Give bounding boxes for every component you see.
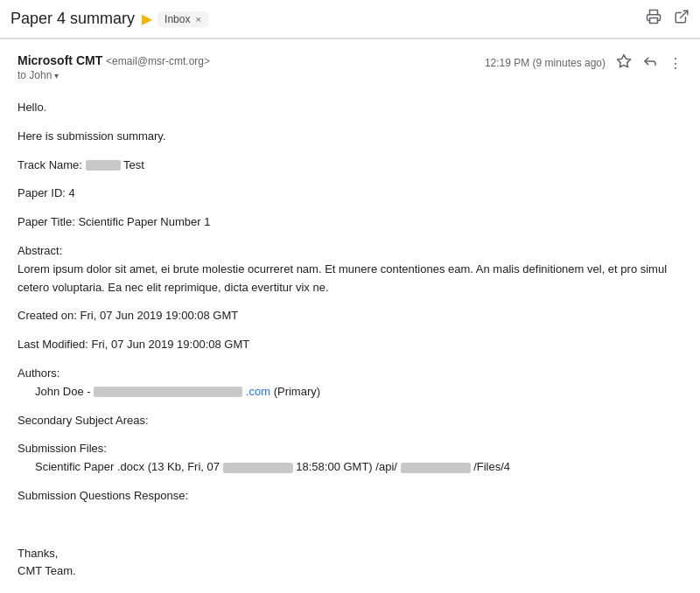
header-bar: Paper 4 summary ▶ Inbox × [0,0,700,38]
email-timestamp: 12:19 PM (9 minutes ago) [485,57,606,69]
submission-file-row: Scientific Paper .docx (13 Kb, Fri, 07 1… [18,460,510,473]
blank-line [18,516,682,534]
sender-email: <email@msr-cmt.org> [106,55,210,67]
svg-marker-2 [618,55,631,67]
last-modified-value: Fri, 07 Jun 2019 19:00:08 GMT [92,338,250,351]
sender-info: Microsoft CMT <email@msr-cmt.org> to Joh… [18,53,210,81]
submission-file-path: /Files/4 [473,460,510,473]
print-icon[interactable] [646,9,662,29]
popout-icon[interactable] [674,9,690,29]
abstract-section: Abstract: Lorem ipsum dolor sit amet, ei… [18,242,682,296]
submission-files-label: Submission Files: [18,442,107,455]
authors-section: Authors: John Doe - .com (Primary) [18,365,682,401]
paper-id-label: Paper ID: [18,186,66,199]
track-name-value: Test [123,158,144,171]
paper-title-value: Scientific Paper Number 1 [78,215,210,228]
reply-icon[interactable] [642,53,658,73]
email-container: Microsoft CMT <email@msr-cmt.org> to Joh… [0,39,700,593]
email-meta-actions: 12:19 PM (9 minutes ago) ⋮ [485,53,682,73]
author-name: John Doe [35,385,84,398]
created-on-label: Created on: [18,309,77,322]
submission-date-redacted [223,463,293,473]
last-modified-line: Last Modified: Fri, 07 Jun 2019 19:00:08… [18,336,682,354]
paper-id-line: Paper ID: 4 [18,185,682,203]
authors-label: Authors: [18,366,60,380]
paper-title-line: Paper Title: Scientific Paper Number 1 [18,213,682,232]
author-dash: - [87,385,94,398]
submission-api-redacted [401,463,471,473]
arrow-icon: ▶ [142,10,152,27]
author-email-link[interactable]: .com [246,385,270,398]
secondary-subject-label: Secondary Subject Areas: [18,414,149,427]
inbox-close-button[interactable]: × [195,14,200,24]
greeting: Hello. [18,99,682,117]
secondary-subject-line: Secondary Subject Areas: [18,412,682,430]
signature-text: CMT Team. [18,564,76,577]
author-email-redacted [94,387,242,397]
inbox-label: Inbox [164,13,190,25]
paper-title-label: Paper Title: [18,215,75,228]
paper-id-value: 4 [69,186,75,199]
track-name-line: Track Name: Test [18,157,682,175]
submission-questions-line: Submission Questions Response: [18,487,682,506]
sender-name-row: Microsoft CMT <email@msr-cmt.org> [18,53,210,67]
star-icon[interactable] [616,53,632,73]
svg-rect-0 [650,18,658,24]
author-row: John Doe - .com (Primary) [18,385,320,398]
sender-to-label: to John [18,69,52,81]
submission-file-time: 18:58:00 GMT) /api/ [296,460,397,473]
to-dropdown-icon[interactable]: ▾ [54,71,59,80]
abstract-text: Lorem ipsum dolor sit amet, ei brute mol… [18,262,667,294]
sender-row: Microsoft CMT <email@msr-cmt.org> to Joh… [18,53,682,81]
thanks-text: Thanks, [18,547,58,560]
track-name-label: Track Name: [18,158,82,171]
more-options-icon[interactable]: ⋮ [668,55,682,72]
author-role: (Primary) [274,385,320,398]
submission-questions-label: Submission Questions Response: [18,489,188,502]
sender-name: Microsoft CMT [18,53,102,67]
sender-to-row[interactable]: to John ▾ [18,69,210,81]
created-on-line: Created on: Fri, 07 Jun 2019 19:00:08 GM… [18,307,682,325]
thanks-line: Thanks, CMT Team. [18,545,682,582]
email-body: Hello. Here is submission summary. Track… [18,99,682,581]
submission-file-name: Scientific Paper .docx [35,460,144,473]
submission-file-size: (13 Kb, Fri, 07 [148,460,220,473]
created-on-value: Fri, 07 Jun 2019 19:00:08 GMT [80,309,239,322]
svg-line-1 [681,10,688,17]
header-actions [646,9,690,29]
intro-line: Here is submission summary. [18,128,682,146]
submission-files-section: Submission Files: Scientific Paper .docx… [18,440,682,477]
email-subject-title: Paper 4 summary [10,10,135,28]
last-modified-label: Last Modified: [18,338,88,351]
inbox-badge[interactable]: Inbox × [158,11,208,27]
track-name-redacted [86,160,121,171]
abstract-label: Abstract: [18,244,62,257]
